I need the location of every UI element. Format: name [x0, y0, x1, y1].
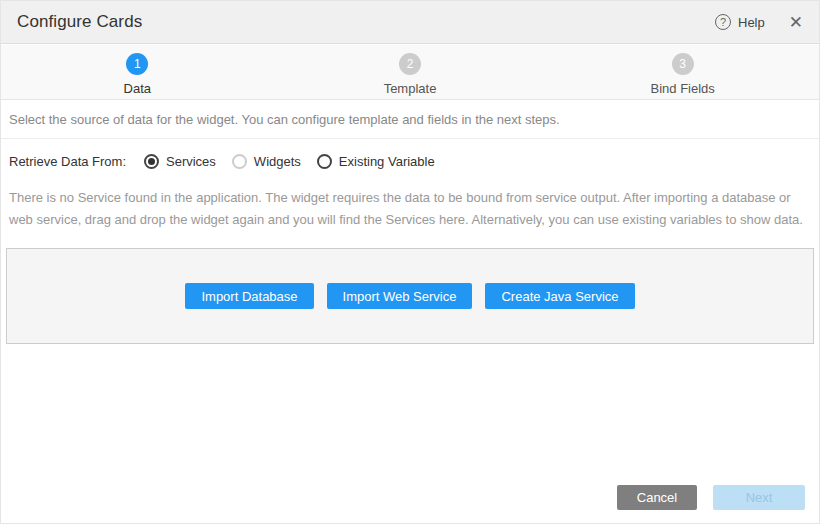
step-3-label: Bind Fields [651, 81, 715, 96]
radio-services-label[interactable]: Services [166, 154, 216, 169]
create-java-service-button[interactable]: Create Java Service [485, 283, 634, 309]
radio-existing-variable-circle[interactable] [317, 154, 332, 169]
dialog-header: Configure Cards ? Help ✕ [1, 1, 819, 44]
data-source-radio-group: Services Widgets Existing Variable [144, 154, 435, 169]
retrieve-data-label: Retrieve Data From: [9, 154, 144, 169]
step-template[interactable]: 2 Template [274, 53, 547, 96]
steps-row: 1 Data 2 Template 3 Bind Fields [1, 53, 819, 96]
wizard-stepper: 1 Data 2 Template 3 Bind Fields [1, 45, 819, 100]
dialog-footer: Cancel Next [617, 485, 805, 510]
step-1-circle[interactable]: 1 [126, 53, 148, 75]
step-3-circle[interactable]: 3 [672, 53, 694, 75]
step-1-label: Data [124, 81, 151, 96]
radio-widgets-circle [232, 154, 247, 169]
radio-widgets: Widgets [232, 154, 301, 169]
import-database-button[interactable]: Import Database [185, 283, 313, 309]
help-label[interactable]: Help [738, 15, 765, 30]
radio-existing-variable-label[interactable]: Existing Variable [339, 154, 435, 169]
service-actions-panel: Import Database Import Web Service Creat… [6, 248, 814, 344]
configure-cards-dialog: Configure Cards ? Help ✕ 1 Data 2 Templa… [0, 0, 820, 524]
radio-widgets-label: Widgets [254, 154, 301, 169]
header-actions: ? Help ✕ [715, 14, 803, 31]
step-2-circle[interactable]: 2 [399, 53, 421, 75]
no-service-notice: There is no Service found in the applica… [1, 187, 819, 231]
retrieve-data-row: Retrieve Data From: Services Widgets Exi… [1, 147, 819, 175]
next-button[interactable]: Next [713, 485, 805, 510]
description-text: Select the source of data for the widget… [9, 112, 560, 127]
step-bind-fields[interactable]: 3 Bind Fields [546, 53, 819, 96]
help-icon[interactable]: ? [715, 14, 731, 30]
import-web-service-button[interactable]: Import Web Service [327, 283, 473, 309]
cancel-button[interactable]: Cancel [617, 485, 697, 510]
help-button[interactable]: ? Help [715, 14, 765, 30]
step-2-label: Template [384, 81, 437, 96]
page-title: Configure Cards [17, 12, 142, 32]
close-icon[interactable]: ✕ [789, 14, 803, 31]
radio-existing-variable[interactable]: Existing Variable [317, 154, 435, 169]
description-row: Select the source of data for the widget… [1, 101, 819, 139]
step-data[interactable]: 1 Data [1, 53, 274, 96]
radio-services-circle[interactable] [144, 154, 159, 169]
radio-services[interactable]: Services [144, 154, 216, 169]
